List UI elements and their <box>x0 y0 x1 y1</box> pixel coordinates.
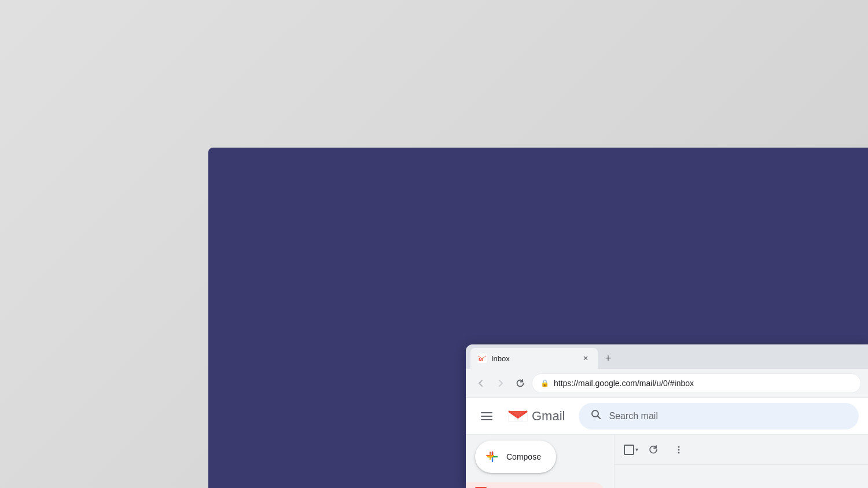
main-content: ▾ No new mail! <box>614 435 868 488</box>
tab-favicon: M <box>477 354 487 363</box>
gmail-m-icon <box>507 408 528 424</box>
tab-bar: M Inbox ✕ + <box>466 344 868 369</box>
gmail-wordmark: Gmail <box>532 409 565 424</box>
address-bar: 🔒 https://mail.google.com/mail/u/0/#inbo… <box>466 369 868 398</box>
reload-button[interactable] <box>512 375 528 391</box>
no-mail-container: No new mail! <box>615 465 868 488</box>
svg-point-15 <box>678 452 680 453</box>
select-dropdown[interactable]: ▾ <box>624 445 638 455</box>
browser-window: M Inbox ✕ + <box>466 344 868 488</box>
url-text: https://mail.google.com/mail/u/0/#inbox <box>554 379 694 388</box>
url-bar[interactable]: 🔒 https://mail.google.com/mail/u/0/#inbo… <box>532 373 861 393</box>
more-options-button[interactable] <box>668 439 689 460</box>
select-all-checkbox[interactable] <box>624 445 634 455</box>
svg-point-14 <box>678 449 680 450</box>
svg-text:M: M <box>479 357 483 362</box>
search-placeholder: Search mail <box>609 411 657 421</box>
new-tab-button[interactable]: + <box>600 350 616 366</box>
forward-button[interactable] <box>492 375 509 391</box>
svg-rect-4 <box>481 419 492 420</box>
search-icon <box>590 409 602 423</box>
sidebar: Compose Inbox <box>466 435 614 488</box>
tab-title: Inbox <box>491 354 576 363</box>
email-toolbar: ▾ <box>615 435 868 465</box>
lock-icon: 🔒 <box>540 379 549 387</box>
svg-rect-2 <box>481 412 492 413</box>
search-bar[interactable]: Search mail <box>579 403 859 430</box>
monitor-bezel: M Inbox ✕ + <box>208 148 868 488</box>
active-tab[interactable]: M Inbox ✕ <box>470 348 598 369</box>
select-dropdown-arrow[interactable]: ▾ <box>635 446 638 453</box>
compose-button[interactable]: Compose <box>475 441 556 473</box>
compose-label: Compose <box>506 452 541 461</box>
compose-plus-icon <box>486 450 499 464</box>
back-button[interactable] <box>473 375 489 391</box>
gmail-header: Gmail Search mail <box>466 398 868 435</box>
gmail-logo: Gmail <box>507 408 565 424</box>
svg-rect-3 <box>481 416 492 417</box>
tab-close-button[interactable]: ✕ <box>580 353 591 364</box>
svg-point-13 <box>678 446 680 447</box>
menu-button[interactable] <box>475 405 498 428</box>
refresh-button[interactable] <box>643 439 664 460</box>
sidebar-item-inbox[interactable]: Inbox <box>466 482 605 488</box>
